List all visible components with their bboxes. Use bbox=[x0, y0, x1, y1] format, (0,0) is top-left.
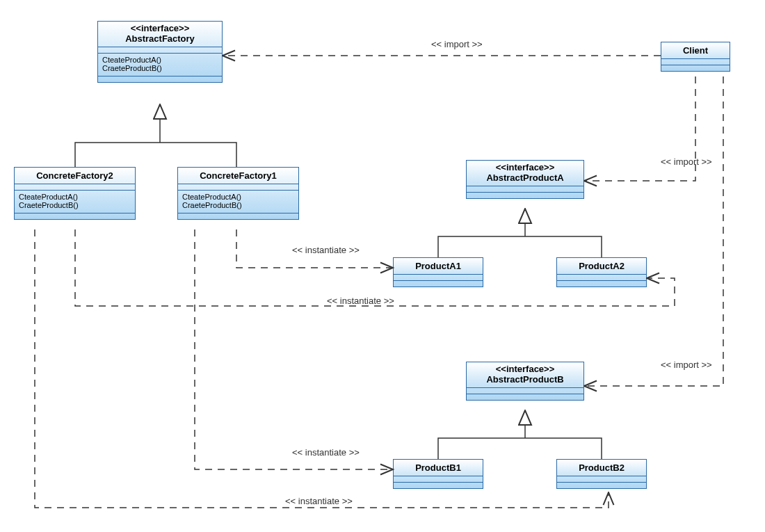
label-instantiate: << instantiate >> bbox=[292, 447, 360, 458]
class-name: AbstractProductB bbox=[486, 374, 563, 385]
class-client: Client bbox=[661, 42, 730, 72]
stereotype: <<interface>> bbox=[102, 23, 218, 33]
stereotype: <<interface>> bbox=[471, 364, 579, 374]
label-instantiate: << instantiate >> bbox=[292, 245, 360, 255]
class-concrete-factory-2: ConcreteFactory2 CteateProductA() Craete… bbox=[14, 167, 136, 220]
class-name: ProductA2 bbox=[579, 261, 625, 271]
stereotype: <<interface>> bbox=[471, 162, 579, 172]
operation: CraeteProductB() bbox=[182, 201, 294, 209]
class-name: ProductA1 bbox=[415, 261, 461, 271]
class-product-b2: ProductB2 bbox=[556, 459, 647, 489]
label-instantiate: << instantiate >> bbox=[327, 296, 394, 306]
class-abstract-product-b: <<interface>> AbstractProductB bbox=[466, 362, 584, 401]
operation: CteateProductA() bbox=[19, 193, 131, 201]
operation: CraeteProductB() bbox=[19, 201, 131, 209]
class-product-b1: ProductB1 bbox=[393, 459, 483, 489]
class-name: ProductB1 bbox=[415, 462, 461, 473]
class-product-a1: ProductA1 bbox=[393, 257, 483, 287]
label-import: << import >> bbox=[431, 39, 483, 49]
class-concrete-factory-1: ConcreteFactory1 CteateProductA() Craete… bbox=[177, 167, 299, 220]
label-instantiate: << instantiate >> bbox=[285, 496, 353, 506]
label-import: << import >> bbox=[661, 156, 712, 167]
label-import: << import >> bbox=[661, 360, 712, 370]
class-name: ConcreteFactory1 bbox=[200, 170, 277, 181]
class-name: AbstractFactory bbox=[125, 33, 195, 44]
operation: CteateProductA() bbox=[182, 193, 294, 201]
class-name: ConcreteFactory2 bbox=[36, 170, 113, 181]
operation: CteateProductA() bbox=[102, 56, 218, 64]
class-product-a2: ProductA2 bbox=[556, 257, 647, 287]
class-abstract-factory: <<interface>> AbstractFactory CteateProd… bbox=[97, 21, 223, 83]
class-name: AbstractProductA bbox=[486, 172, 563, 183]
class-abstract-product-a: <<interface>> AbstractProductA bbox=[466, 160, 584, 199]
operation: CraeteProductB() bbox=[102, 64, 218, 72]
class-name: ProductB2 bbox=[579, 462, 625, 473]
class-name: Client bbox=[683, 45, 708, 56]
